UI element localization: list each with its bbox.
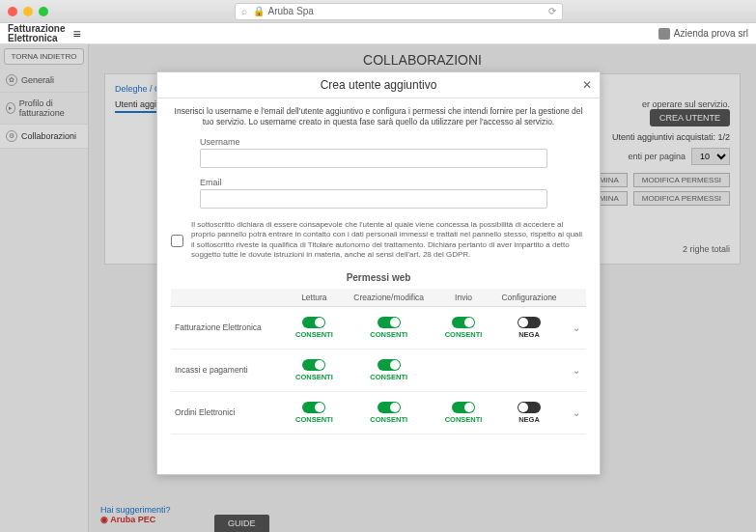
menu-icon[interactable]: ≡: [72, 26, 80, 42]
permissions-table: Lettura Creazione/modifica Invio Configu…: [171, 289, 586, 434]
permission-toggle[interactable]: NEGA: [518, 317, 541, 339]
username-input[interactable]: [200, 149, 547, 168]
modal-title: Crea utente aggiuntivo: [321, 78, 437, 92]
site-name: Aruba Spa: [268, 6, 314, 16]
permission-toggle[interactable]: CONSENTI: [370, 359, 407, 381]
refresh-icon[interactable]: ⟳: [548, 6, 556, 16]
permission-row-label: Ordini Elettronici: [171, 391, 287, 434]
app-header: Fatturazione Elettronica ≡ Azienda prova…: [0, 23, 756, 44]
permission-row-label: Incassi e pagamenti: [171, 349, 287, 391]
disclaimer-checkbox[interactable]: [171, 221, 183, 261]
chevron-down-icon[interactable]: ⌄: [573, 322, 580, 333]
close-window-icon[interactable]: [8, 7, 17, 16]
col-send: Invio: [436, 289, 491, 307]
brand-line2: Elettronica: [8, 34, 65, 43]
brand-line1: Fatturazione: [8, 24, 65, 34]
permission-toggle[interactable]: NEGA: [518, 402, 541, 424]
permission-row: Incassi e pagamentiCONSENTICONSENTI⌄: [171, 349, 586, 391]
permission-row: Fatturazione ElettronicaCONSENTICONSENTI…: [171, 306, 586, 349]
modal-intro: Inserisci lo username e l'email dell'ute…: [171, 106, 586, 127]
permission-toggle[interactable]: CONSENTI: [295, 317, 333, 339]
permission-row: Ordini ElettroniciCONSENTICONSENTICONSEN…: [171, 391, 586, 434]
permission-toggle[interactable]: CONSENTI: [370, 402, 407, 424]
col-config: Configurazione: [490, 289, 567, 307]
chevron-down-icon[interactable]: ⌄: [573, 365, 580, 376]
email-input[interactable]: [200, 189, 547, 209]
window-titlebar: ⌕ 🔒 Aruba Spa ⟳: [0, 0, 756, 23]
chevron-down-icon[interactable]: ⌄: [573, 407, 580, 418]
maximize-window-icon[interactable]: [39, 7, 48, 16]
create-user-modal: Crea utente aggiuntivo ✕ Inserisci lo us…: [156, 71, 601, 475]
email-label: Email: [200, 178, 586, 187]
user-name: Azienda prova srl: [674, 28, 748, 39]
minimize-window-icon[interactable]: [23, 7, 33, 16]
user-menu[interactable]: Azienda prova srl: [658, 28, 748, 40]
permission-toggle[interactable]: CONSENTI: [445, 402, 483, 424]
permission-toggle[interactable]: CONSENTI: [295, 359, 333, 381]
disclaimer-text: Il sottoscritto dichiara di essere consa…: [191, 220, 586, 261]
search-icon: ⌕: [241, 6, 247, 16]
username-label: Username: [200, 137, 586, 147]
col-read: Lettura: [287, 289, 342, 307]
col-create: Creazione/modifica: [342, 289, 436, 307]
permission-toggle[interactable]: CONSENTI: [295, 402, 333, 424]
permission-row-label: Fatturazione Elettronica: [171, 306, 287, 349]
traffic-lights: [8, 7, 48, 16]
user-icon: [658, 28, 670, 40]
url-bar[interactable]: ⌕ 🔒 Aruba Spa ⟳: [235, 3, 563, 20]
permission-toggle[interactable]: CONSENTI: [370, 317, 407, 339]
close-icon[interactable]: ✕: [582, 78, 592, 92]
permission-toggle[interactable]: CONSENTI: [445, 317, 483, 339]
lock-icon: 🔒: [253, 6, 265, 16]
modal-header: Crea utente aggiuntivo ✕: [157, 72, 600, 98]
permissions-title: Permessi web: [171, 272, 586, 283]
